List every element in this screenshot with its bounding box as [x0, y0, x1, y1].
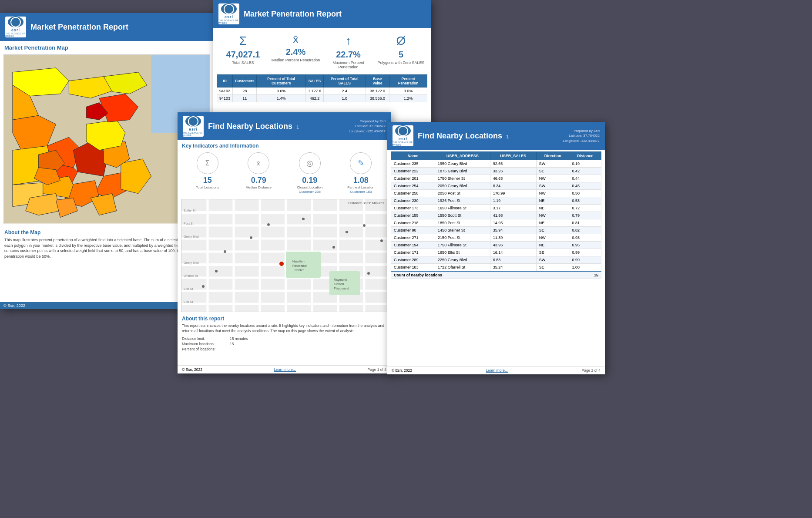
nearby-right-footer-link[interactable]: Learn more... [486, 368, 508, 373]
col-sales: SALES [305, 75, 323, 87]
table-cell: NE [536, 219, 569, 227]
svg-point-57 [224, 250, 226, 253]
svg-text:Raymond: Raymond [334, 278, 347, 282]
svg-text:O'farrell St: O'farrell St [184, 274, 198, 277]
table-cell: NW [536, 212, 569, 219]
xbar-icon: x̄ [271, 34, 320, 45]
table-cell: 1650 Fillmore St [435, 205, 490, 212]
panel-nearby-left: esri THE SCIENCE OF WHERE Find Nearby Lo… [178, 112, 391, 373]
table-cell: Customer 201 [391, 175, 435, 182]
table-cell: 0.81 [569, 219, 601, 227]
table-cell: NE [536, 242, 569, 249]
table-cell: 0.93 [569, 234, 601, 242]
panel-nearby-right: esri THE SCIENCE OF WHERE Find Nearby Lo… [387, 122, 605, 374]
detail-max-locations-key: Maximum locations: [182, 342, 225, 346]
table-row: 94103111.4%462.21.038,566.01.2% [217, 95, 427, 102]
table-cell: Customer 183 [391, 264, 435, 272]
indicator-closest-location-value: 0.19 [284, 176, 336, 185]
svg-point-64 [279, 262, 284, 266]
svg-point-60 [215, 270, 218, 272]
indicators-section: Key Indicators and Information Σ 15 Tota… [178, 140, 391, 199]
report-panel-header: esri THE SCIENCE OF WHERE Market Penetra… [213, 0, 431, 28]
table-cell: 1.0 [323, 95, 366, 102]
indicator-median-distance: x̄ 0.79 Median Distance [233, 152, 285, 194]
table-cell: 0.50 [569, 190, 601, 197]
col-direction: Direction [536, 152, 569, 160]
esri-globe-icon [8, 17, 23, 27]
svg-text:Hamilton: Hamilton [292, 260, 305, 263]
nearby-left-footer-link[interactable]: Learn more... [274, 367, 296, 372]
table-cell: SW [536, 182, 569, 190]
table-cell: 0.72 [569, 205, 601, 212]
indicator-closest-location: ◎ 0.19 Closest Location Customer 235 [284, 152, 336, 194]
col-customers: Customers [233, 75, 257, 87]
esri-globe-icon-report [221, 3, 237, 14]
col-pct-penetration: Percent Penetration [389, 75, 427, 87]
nearby-map-svg: Hamilton Recreation Center Sutter St Pos… [181, 199, 387, 312]
metrics-row: Σ 47,027.1 Total SALES x̄ 2.4% Median Pe… [213, 28, 431, 71]
svg-text:Kimball: Kimball [334, 283, 344, 286]
esri-logo-sub-nearby-right: THE SCIENCE OF WHERE [393, 141, 413, 146]
indicator-closest-location-label: Closest Location [284, 185, 336, 189]
table-cell: 41.98 [490, 212, 536, 219]
indicator-farthest-location-label: Farthest Location [336, 185, 387, 189]
table-row: Customer 1831722 Ofarrell St35.24SE1.08 [391, 264, 601, 272]
metric-median-penetration-value: 2.4% [271, 47, 320, 57]
about-report-section: About this report This report summarizes… [178, 312, 391, 356]
svg-text:Geary Blvd: Geary Blvd [184, 235, 199, 239]
table-cell: 1450 Steiner St [435, 227, 490, 234]
table-cell: NW [536, 234, 569, 242]
table-cell: NW [536, 190, 569, 197]
indicator-xbar-icon: x̄ [248, 152, 269, 174]
table-cell: Customer 271 [391, 234, 435, 242]
data-table-header-row: Name USER_ADDRESS USER_SALES Direction D… [391, 152, 601, 160]
table-row: Customer 1731650 Fillmore St3.17NE0.72 [391, 205, 601, 212]
nearby-left-header: esri THE SCIENCE OF WHERE Find Nearby Lo… [178, 112, 391, 140]
metric-max-penetration: ↑ 22.7% Maximum Percent Penetration [322, 32, 375, 71]
table-row: Customer 1711650 Ellis St16.14SE0.99 [391, 249, 601, 256]
table-cell: SE [536, 227, 569, 234]
table-row: Customer 2011750 Steiner St46.63NW0.44 [391, 175, 601, 182]
svg-text:Center: Center [295, 269, 304, 272]
table-cell: 11 [233, 95, 257, 102]
detail-max-locations: Maximum locations: 15 [182, 342, 386, 346]
table-cell: SE [536, 168, 569, 175]
table-cell: 1.08 [569, 264, 601, 272]
indicator-farthest-location-value: 1.08 [336, 176, 387, 185]
indicator-median-distance-label: Median Distance [233, 185, 285, 189]
table-cell: 94103 [217, 95, 233, 102]
table-cell: 1.4% [257, 95, 305, 102]
esri-logo-text: esri [11, 28, 20, 32]
table-row: Customer 2712150 Post St11.39NW0.93 [391, 234, 601, 242]
esri-logo-text-report: esri [225, 15, 233, 19]
table-cell: Customer 90 [391, 227, 435, 234]
indicator-median-distance-value: 0.79 [233, 176, 285, 185]
nearby-right-title-text: Find Nearby Locations [418, 131, 502, 140]
nearby-left-footer-page: Page 1 of 4 [368, 367, 386, 372]
table-cell: 3.6% [257, 87, 305, 95]
table-cell: NE [536, 197, 569, 205]
table-cell: 0.99 [569, 256, 601, 264]
table-cell: 2150 Post St [435, 234, 490, 242]
col-base-value: Base Value [366, 75, 389, 87]
svg-point-62 [202, 285, 205, 288]
table-cell: SW [536, 256, 569, 264]
table-cell: 92.66 [490, 160, 536, 168]
svg-text:Sutter St: Sutter St [184, 209, 195, 212]
table-cell: NE [536, 205, 569, 212]
map-footer-copyright: © Esri, 2022 [3, 303, 25, 308]
esri-logo-text-nearby-right: esri [399, 137, 407, 141]
table-cell: 11.39 [490, 234, 536, 242]
table-cell: 1850 Post St [435, 219, 490, 227]
table-cell: SE [536, 264, 569, 272]
detail-max-locations-value: 15 [230, 342, 234, 346]
table-cell: 0.45 [569, 182, 601, 190]
svg-text:Recreation: Recreation [292, 264, 307, 267]
table-cell: 35.24 [490, 264, 536, 272]
table-cell: 28 [233, 87, 257, 95]
nearby-left-longitude: Longitude: -122.434577 [349, 129, 386, 134]
nearby-left-footer-copyright: © Esri, 2022 [182, 367, 202, 372]
table-cell: 6.34 [490, 182, 536, 190]
svg-point-53 [250, 236, 252, 239]
nearby-left-meta: Prepared by Esri Latitude: 37.784522 Lon… [349, 119, 386, 134]
